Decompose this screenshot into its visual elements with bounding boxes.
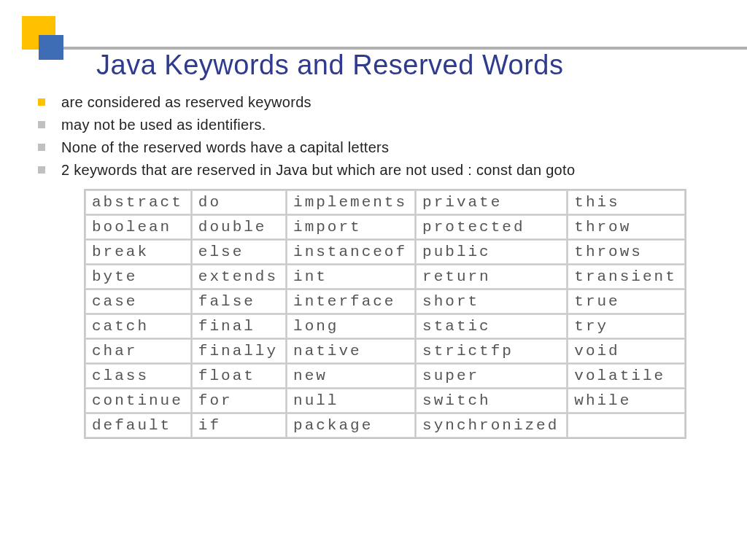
keyword-cell: finally [192, 339, 286, 363]
keyword-cell: new [287, 364, 415, 388]
keyword-cell: double [192, 215, 286, 239]
table-row: byteextendsintreturntransient [85, 265, 685, 289]
keyword-cell: return [416, 265, 567, 289]
keyword-cell: import [287, 215, 415, 239]
keyword-cell: class [85, 364, 191, 388]
keyword-cell: false [192, 289, 286, 314]
keyword-cell: strictfp [416, 339, 567, 363]
keyword-cell: int [287, 265, 415, 289]
keyword-cell: super [416, 364, 567, 388]
keyword-cell: boolean [85, 215, 191, 239]
keyword-cell: null [287, 389, 415, 413]
list-item: may not be used as identifiers. [38, 114, 718, 136]
list-item: are considered as reserved keywords [38, 91, 718, 114]
keyword-cell: float [192, 364, 286, 388]
bullet-list: are considered as reserved keywords may … [38, 91, 718, 182]
keyword-cell: switch [416, 389, 567, 413]
keyword-cell: break [85, 240, 191, 264]
table-row: casefalseinterfaceshorttrue [85, 289, 685, 314]
keyword-cell: void [568, 339, 684, 363]
table-row: catchfinallongstatictry [85, 314, 685, 338]
list-item: 2 keywords that are reserved in Java but… [38, 159, 718, 182]
keyword-cell: case [85, 289, 191, 314]
keyword-cell: instanceof [287, 240, 415, 264]
keyword-cell: default [85, 413, 191, 438]
table-row: breakelseinstanceofpublicthrows [85, 240, 685, 264]
keyword-cell: final [192, 314, 286, 338]
keyword-cell: continue [85, 389, 191, 413]
keyword-cell: package [287, 413, 415, 438]
keyword-cell: volatile [568, 364, 684, 388]
keyword-cell: synchronized [416, 413, 567, 438]
keyword-cell: throw [568, 215, 684, 239]
keyword-cell: abstract [85, 190, 191, 214]
keyword-cell: else [192, 240, 286, 264]
slide-title: Java Keywords and Reserved Words [96, 50, 718, 81]
bullet-icon [38, 98, 45, 106]
keyword-cell: while [568, 389, 684, 413]
bullet-text: 2 keywords that are reserved in Java but… [61, 159, 575, 182]
keyword-cell: byte [85, 265, 191, 289]
keyword-cell: long [287, 314, 415, 338]
table-row: continuefornullswitchwhile [85, 389, 685, 413]
keyword-cell: native [287, 339, 415, 363]
bullet-text: are considered as reserved keywords [61, 91, 311, 114]
keyword-cell: for [192, 389, 286, 413]
keyword-cell: if [192, 413, 286, 438]
bullet-icon [38, 166, 45, 174]
keywords-table-wrap: abstractdoimplementsprivatethisbooleando… [84, 189, 718, 439]
keyword-cell: catch [85, 314, 191, 338]
list-item: None of the reserved words have a capita… [38, 136, 718, 159]
keyword-cell: public [416, 240, 567, 264]
keyword-cell: do [192, 190, 286, 214]
keyword-cell: try [568, 314, 684, 338]
keyword-cell: char [85, 339, 191, 363]
bullet-icon [38, 121, 45, 128]
table-row: booleandoubleimportprotectedthrow [85, 215, 685, 239]
slide-content: Java Keywords and Reserved Words are con… [36, 50, 718, 439]
keyword-cell: true [568, 289, 684, 314]
keyword-cell: throws [568, 240, 684, 264]
keyword-cell: extends [192, 265, 286, 289]
table-row: abstractdoimplementsprivatethis [85, 190, 685, 214]
keyword-cell: implements [287, 190, 415, 214]
table-row: defaultifpackagesynchronized [85, 413, 685, 438]
keyword-cell: static [416, 314, 567, 338]
keyword-cell: short [416, 289, 567, 314]
table-row: charfinallynativestrictfpvoid [85, 339, 685, 363]
keyword-cell: this [568, 190, 684, 214]
bullet-text: may not be used as identifiers. [61, 114, 266, 136]
bullet-icon [38, 144, 45, 151]
keyword-cell [568, 413, 684, 438]
keyword-cell: protected [416, 215, 567, 239]
keyword-cell: transient [568, 265, 684, 289]
keyword-cell: private [416, 190, 567, 214]
keywords-table: abstractdoimplementsprivatethisbooleando… [84, 189, 686, 439]
keyword-cell: interface [287, 289, 415, 314]
table-row: classfloatnewsupervolatile [85, 364, 685, 388]
bullet-text: None of the reserved words have a capita… [61, 136, 389, 159]
